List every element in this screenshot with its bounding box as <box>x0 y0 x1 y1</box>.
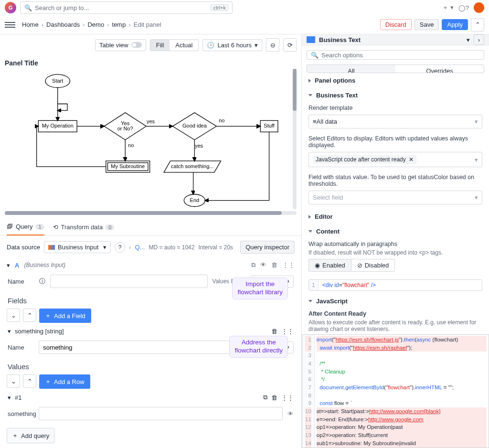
javascript-code-editor[interactable]: 12345678910111213141516171819202122 impo… <box>302 334 489 448</box>
query-link[interactable]: Q... <box>135 244 145 251</box>
datasource-help[interactable]: ? <box>115 242 125 253</box>
apply-button[interactable]: Apply <box>442 19 468 30</box>
time-range-picker[interactable]: 🕒 Last 6 hours ▾ <box>202 39 262 51</box>
table-view-toggle[interactable]: Table view <box>95 39 146 51</box>
datasource-select[interactable]: Business Input ▾ <box>44 241 111 253</box>
fill-actual-segment[interactable]: Fill Actual <box>150 39 199 51</box>
help-icon[interactable]: ◯? <box>458 4 469 11</box>
svg-text:My Subroutine: My Subroutine <box>111 163 145 169</box>
search-icon: 🔍 <box>311 52 319 59</box>
acr-label: After Content Ready <box>308 309 482 319</box>
expand-all-button[interactable]: ⌃ <box>23 309 36 322</box>
content-code-editor[interactable]: 1 <div id="flowchart" /> <box>308 279 482 291</box>
query-inspector-button[interactable]: Query inspector <box>240 241 295 254</box>
wrap-disabled[interactable]: ⊘ Disabled <box>351 259 395 272</box>
section-panel-options[interactable]: Panel options <box>302 73 489 88</box>
wrap-label: Wrap automatically in paragraphs <box>308 239 482 249</box>
duplicate-icon[interactable]: ⧉ <box>251 261 255 269</box>
svg-text:Good idea: Good idea <box>182 123 207 128</box>
md-info: MD = auto = 1042 <box>149 244 194 251</box>
drag-icon[interactable]: ⋮⋮ <box>281 328 294 335</box>
add-field-button[interactable]: ＋ Add a Field <box>39 309 91 323</box>
zoom-out-button[interactable]: ⊖ <box>266 38 279 52</box>
svg-text:yes: yes <box>195 143 203 149</box>
section-business-text[interactable]: Business Text <box>302 88 489 103</box>
fill-option[interactable]: Fill <box>150 40 170 51</box>
horizontal-scrollbar[interactable] <box>5 211 297 215</box>
crumb-home[interactable]: Home <box>22 21 39 28</box>
chevron-down-icon: ▾ <box>255 42 258 49</box>
trash-icon[interactable]: 🗑 <box>271 328 277 335</box>
search-kbd: ctrl+k <box>211 4 228 11</box>
chevron-down-icon[interactable]: ▾ <box>8 328 11 335</box>
svg-text:or No?: or No? <box>117 126 133 131</box>
callout-address: Address the flowchart directly <box>229 336 288 358</box>
crumb-edit: Edit panel <box>134 21 161 28</box>
trash-icon[interactable]: 🗑 <box>271 394 277 401</box>
vertical-scrollbar[interactable] <box>293 69 297 209</box>
refresh-button[interactable]: ⟳ <box>283 38 297 52</box>
search-placeholder: Search or jump to... <box>35 4 89 11</box>
render-select[interactable]: ≡ All data▾ <box>308 115 482 128</box>
acr-desc: Allows to execute code after content is … <box>308 319 482 332</box>
eye-icon[interactable]: 👁 <box>287 410 294 417</box>
tab-transform[interactable]: ⟲ Transform data 0 <box>53 219 115 235</box>
drag-icon[interactable]: ⋮⋮ <box>282 261 295 269</box>
add-row-button[interactable]: ＋ Add a Row <box>39 374 90 389</box>
chevron-up-button[interactable]: ⌃ <box>471 18 484 32</box>
editors-label: Select Editors to display. Editors with … <box>308 133 482 150</box>
expand-all-button[interactable]: ⌃ <box>23 374 36 388</box>
drag-icon[interactable]: ⋮⋮ <box>281 394 294 401</box>
options-search[interactable]: 🔍 Search options <box>307 50 484 60</box>
query-icon: 🗊 <box>7 223 13 230</box>
section-editor[interactable]: Editor <box>302 209 489 224</box>
crumb-demo[interactable]: Demo <box>87 21 104 28</box>
status-label: Field with status value. To be used to g… <box>308 172 482 189</box>
avatar[interactable] <box>474 2 484 13</box>
query-name-input[interactable] <box>50 275 208 288</box>
chevron-down-icon[interactable]: ▾ <box>8 394 11 401</box>
section-javascript[interactable]: JavaScript <box>302 294 489 309</box>
trash-icon[interactable]: 🗑 <box>271 261 277 269</box>
section-content[interactable]: Content <box>302 224 489 239</box>
value-input[interactable] <box>39 407 283 420</box>
transform-icon: ⟲ <box>53 224 58 231</box>
actual-option[interactable]: Actual <box>170 40 198 51</box>
menu-toggle[interactable] <box>5 22 15 28</box>
editors-select[interactable]: JavaScript code after content ready ✕▾ <box>308 152 482 167</box>
name-label: Name <box>8 278 34 285</box>
status-field-select[interactable]: Select field▾ <box>308 191 482 204</box>
query-letter[interactable]: A <box>15 262 19 269</box>
chevron-right-button[interactable]: › <box>474 34 484 45</box>
crumb-temp[interactable]: temp <box>112 21 126 28</box>
collapse-all-button[interactable]: ⌄ <box>7 374 20 388</box>
discard-button[interactable]: Discard <box>380 19 412 30</box>
info-icon[interactable]: ⓘ <box>39 278 45 285</box>
svg-text:catch something...: catch something... <box>171 163 213 169</box>
field-row-label: something [string] <box>15 328 64 335</box>
global-search[interactable]: 🔍 Search or jump to... ctrl+k <box>20 1 233 14</box>
wrap-enabled[interactable]: ◉ Enabled <box>308 259 351 272</box>
svg-text:My Operation: My Operation <box>42 123 74 128</box>
tab-all[interactable]: All <box>307 65 395 73</box>
tab-query[interactable]: 🗊 Query 1 <box>7 219 44 235</box>
duplicate-icon[interactable]: ⧉ <box>263 394 267 401</box>
wrap-desc: If disabled, result will NOT be wrapped … <box>308 249 482 256</box>
add-query-button[interactable]: ＋ Add query <box>7 428 54 443</box>
field-name-input[interactable] <box>39 341 234 354</box>
chevron-down-icon[interactable]: ▾ <box>467 36 470 43</box>
callout-import: Import the flowchart library <box>232 277 288 299</box>
logo[interactable]: G <box>5 2 16 13</box>
collapse-all-button[interactable]: ⌄ <box>7 309 20 322</box>
query-count-badge: 1 <box>35 224 44 230</box>
save-button[interactable]: Save <box>415 19 439 30</box>
crumb-dash[interactable]: Dashboards <box>46 21 80 28</box>
eye-icon[interactable]: 👁 <box>260 261 266 269</box>
collapse-icon[interactable]: ▾ <box>7 262 10 269</box>
flowchart-canvas: Start My Operation Yesor No? yes no My S… <box>5 69 297 209</box>
svg-text:Start: Start <box>52 78 63 84</box>
add-menu[interactable]: ＋ ▾ <box>442 3 454 12</box>
close-icon[interactable]: ✕ <box>409 156 414 163</box>
tab-overrides[interactable]: Overrides <box>395 65 484 73</box>
viz-name[interactable]: Business Text <box>319 36 361 43</box>
